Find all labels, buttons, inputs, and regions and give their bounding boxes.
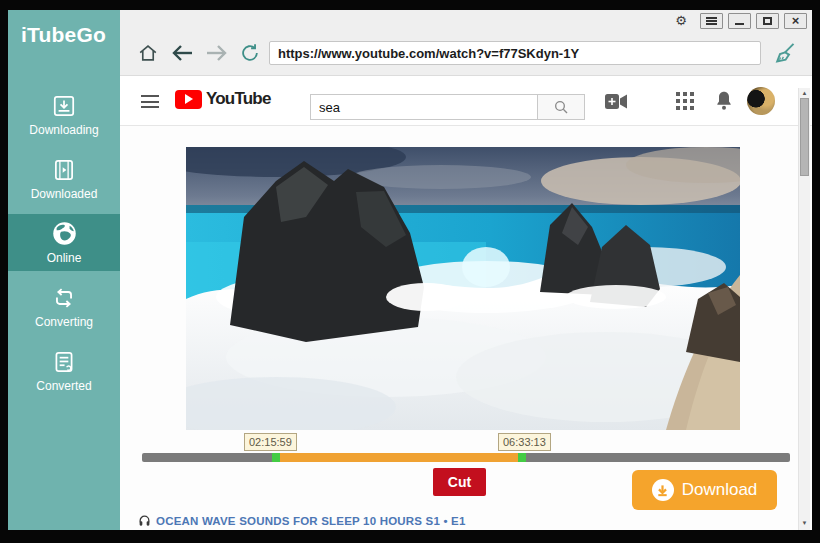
film-strip-icon: [51, 157, 77, 187]
youtube-play-badge-icon: [175, 90, 202, 109]
download-button[interactable]: Download: [632, 470, 777, 510]
globe-icon: [51, 220, 78, 251]
sidebar-item-downloaded[interactable]: Downloaded: [8, 150, 120, 207]
itubego-window: iTubeGo Downloading: [8, 10, 812, 530]
sidebar-item-downloading[interactable]: Downloading: [8, 86, 120, 143]
search-icon: [553, 99, 569, 115]
back-arrow-icon[interactable]: [169, 42, 195, 64]
scrollbar-thumb[interactable]: [800, 98, 809, 176]
timeline-bar[interactable]: [142, 453, 790, 462]
download-button-label: Download: [682, 480, 758, 500]
home-icon[interactable]: [137, 42, 159, 64]
titlebar: ⚙ ×: [120, 10, 812, 31]
sidebar-item-label: Converted: [36, 379, 91, 393]
ocean-beach-video-frame: [186, 147, 740, 430]
refresh-icon[interactable]: [239, 42, 261, 64]
app-logo: iTubeGo: [8, 10, 120, 47]
sidebar-item-online[interactable]: Online: [8, 214, 120, 271]
main-area: ⚙ ×: [120, 10, 812, 530]
sidebar-item-converted[interactable]: Converted: [8, 342, 120, 399]
webview: YouTube: [120, 76, 812, 530]
timeline-start-handle[interactable]: [272, 453, 280, 462]
timeline-end-handle[interactable]: [518, 453, 526, 462]
search-input[interactable]: [310, 94, 537, 120]
document-lines-icon: [51, 349, 77, 379]
menu-button[interactable]: [700, 13, 723, 29]
apps-grid-icon[interactable]: [676, 92, 694, 114]
download-tray-icon: [51, 93, 77, 123]
hamburger-menu-icon[interactable]: [141, 95, 159, 108]
close-icon: ×: [792, 14, 800, 27]
create-video-icon[interactable]: [605, 93, 628, 114]
gear-icon[interactable]: ⚙: [675, 14, 687, 27]
sidebar-item-label: Online: [47, 251, 82, 265]
menu-icon: [706, 17, 717, 25]
sidebar: iTubeGo Downloading: [8, 10, 120, 530]
youtube-logo[interactable]: YouTube: [175, 89, 271, 109]
cut-button[interactable]: Cut: [433, 468, 486, 496]
video-title-text: OCEAN WAVE SOUNDS FOR SLEEP 10 HOURS S1 …: [156, 515, 466, 527]
sync-arrows-icon: [51, 285, 77, 315]
clean-broom-icon[interactable]: [771, 40, 798, 67]
sidebar-item-label: Downloaded: [31, 187, 98, 201]
minimize-button[interactable]: [728, 13, 751, 29]
url-input[interactable]: [269, 41, 761, 65]
timeline-selected-range: [280, 453, 518, 462]
scroll-up-icon[interactable]: ▲: [799, 88, 810, 98]
browser-toolbar: [120, 31, 812, 76]
sidebar-nav: Downloading Downloaded: [8, 86, 120, 406]
video-title-link[interactable]: OCEAN WAVE SOUNDS FOR SLEEP 10 HOURS S1 …: [138, 514, 466, 527]
download-circle-icon: [652, 479, 674, 501]
clip-end-timestamp: 06:33:13: [498, 433, 551, 451]
forward-arrow-icon[interactable]: [204, 42, 230, 64]
headphones-icon: [138, 514, 151, 527]
maximize-button[interactable]: [756, 13, 779, 29]
notifications-bell-icon[interactable]: [714, 90, 734, 116]
sidebar-item-label: Downloading: [29, 123, 98, 137]
avatar[interactable]: [747, 87, 775, 115]
sidebar-item-converting[interactable]: Converting: [8, 278, 120, 335]
sidebar-item-label: Converting: [35, 315, 93, 329]
close-button[interactable]: ×: [784, 13, 807, 29]
youtube-header: YouTube: [120, 76, 812, 126]
minimize-icon: [735, 23, 744, 25]
search-button[interactable]: [537, 94, 585, 120]
maximize-icon: [763, 17, 772, 25]
scroll-down-icon[interactable]: ▼: [799, 518, 810, 528]
page-scrollbar[interactable]: ▲ ▼: [798, 88, 810, 530]
app-frame: iTubeGo Downloading: [0, 0, 820, 543]
clip-start-timestamp: 02:15:59: [244, 433, 297, 451]
youtube-wordmark: YouTube: [206, 89, 271, 109]
video-player[interactable]: [186, 147, 740, 430]
